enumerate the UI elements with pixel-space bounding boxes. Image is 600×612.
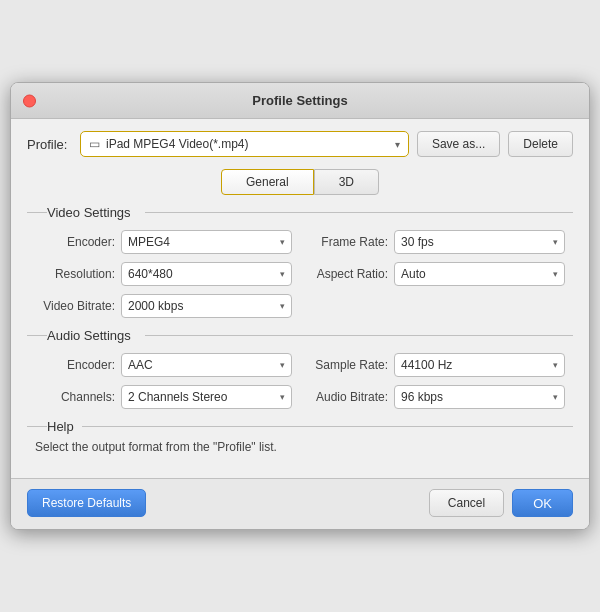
video-section-header: Video Settings [27, 205, 573, 220]
audio-bitrate-arrow: ▾ [553, 392, 558, 402]
resolution-select[interactable]: 640*480 ▾ [121, 262, 292, 286]
help-title: Help [47, 419, 74, 434]
encoder-label: Encoder: [35, 235, 115, 249]
video-bitrate-label: Video Bitrate: [35, 299, 115, 313]
audio-encoder-select[interactable]: AAC ▾ [121, 353, 292, 377]
frame-rate-value: 30 fps [401, 235, 553, 249]
save-as-button[interactable]: Save as... [417, 131, 500, 157]
help-line-right [82, 426, 573, 427]
window-title: Profile Settings [252, 93, 347, 108]
audio-encoder-arrow: ▾ [280, 360, 285, 370]
empty-cell [308, 294, 565, 318]
audio-encoder-value: AAC [128, 358, 280, 372]
sample-rate-label: Sample Rate: [308, 358, 388, 372]
aspect-ratio-label: Aspect Ratio: [308, 267, 388, 281]
resolution-arrow: ▾ [280, 269, 285, 279]
channels-select[interactable]: 2 Channels Stereo ▾ [121, 385, 292, 409]
content-area: Profile: ▭ iPad MPEG4 Video(*.mp4) ▾ Sav… [11, 119, 589, 478]
section-line-left [27, 212, 47, 213]
help-line-left [27, 426, 47, 427]
channels-label: Channels: [35, 390, 115, 404]
video-settings-section: Video Settings Encoder: MPEG4 ▾ Frame Ra… [27, 205, 573, 318]
audio-settings-grid: Encoder: AAC ▾ Sample Rate: 44100 Hz ▾ [27, 353, 573, 409]
help-text: Select the output format from the "Profi… [27, 440, 573, 454]
titlebar: Profile Settings [11, 83, 589, 119]
audio-bitrate-value: 96 kbps [401, 390, 553, 404]
encoder-select[interactable]: MPEG4 ▾ [121, 230, 292, 254]
audio-bitrate-row: Audio Bitrate: 96 kbps ▾ [308, 385, 565, 409]
audio-bitrate-label: Audio Bitrate: [308, 390, 388, 404]
aspect-ratio-arrow: ▾ [553, 269, 558, 279]
aspect-ratio-row: Aspect Ratio: Auto ▾ [308, 262, 565, 286]
profile-row: Profile: ▭ iPad MPEG4 Video(*.mp4) ▾ Sav… [27, 131, 573, 157]
frame-rate-label: Frame Rate: [308, 235, 388, 249]
profile-select-arrow: ▾ [395, 139, 400, 150]
video-bitrate-value: 2000 kbps [128, 299, 280, 313]
channels-value: 2 Channels Stereo [128, 390, 280, 404]
sample-rate-value: 44100 Hz [401, 358, 553, 372]
profile-select-text: iPad MPEG4 Video(*.mp4) [106, 137, 395, 151]
encoder-arrow: ▾ [280, 237, 285, 247]
frame-rate-arrow: ▾ [553, 237, 558, 247]
audio-bitrate-select[interactable]: 96 kbps ▾ [394, 385, 565, 409]
video-settings-grid: Encoder: MPEG4 ▾ Frame Rate: 30 fps ▾ [27, 230, 573, 318]
footer-right: Cancel OK [429, 489, 573, 517]
tablet-icon: ▭ [89, 137, 100, 151]
encoder-row: Encoder: MPEG4 ▾ [35, 230, 292, 254]
profile-select-wrapper[interactable]: ▭ iPad MPEG4 Video(*.mp4) ▾ [80, 131, 409, 157]
audio-encoder-label: Encoder: [35, 358, 115, 372]
tab-3d[interactable]: 3D [314, 169, 379, 195]
video-bitrate-arrow: ▾ [280, 301, 285, 311]
footer: Restore Defaults Cancel OK [11, 478, 589, 529]
encoder-value: MPEG4 [128, 235, 280, 249]
delete-button[interactable]: Delete [508, 131, 573, 157]
help-section: Help Select the output format from the "… [27, 419, 573, 454]
resolution-value: 640*480 [128, 267, 280, 281]
close-button[interactable] [23, 94, 36, 107]
aspect-ratio-select[interactable]: Auto ▾ [394, 262, 565, 286]
audio-section-header: Audio Settings [27, 328, 573, 343]
frame-rate-select[interactable]: 30 fps ▾ [394, 230, 565, 254]
frame-rate-row: Frame Rate: 30 fps ▾ [308, 230, 565, 254]
cancel-button[interactable]: Cancel [429, 489, 504, 517]
resolution-row: Resolution: 640*480 ▾ [35, 262, 292, 286]
tabs-row: General 3D [27, 169, 573, 195]
main-window: Profile Settings Profile: ▭ iPad MPEG4 V… [10, 82, 590, 530]
audio-encoder-row: Encoder: AAC ▾ [35, 353, 292, 377]
video-bitrate-row: Video Bitrate: 2000 kbps ▾ [35, 294, 292, 318]
sample-rate-select[interactable]: 44100 Hz ▾ [394, 353, 565, 377]
video-section-title: Video Settings [47, 205, 137, 220]
audio-settings-section: Audio Settings Encoder: AAC ▾ Sample Rat… [27, 328, 573, 409]
audio-line-right [145, 335, 573, 336]
section-line-right [145, 212, 573, 213]
audio-section-title: Audio Settings [47, 328, 137, 343]
sample-rate-arrow: ▾ [553, 360, 558, 370]
ok-button[interactable]: OK [512, 489, 573, 517]
aspect-ratio-value: Auto [401, 267, 553, 281]
restore-defaults-button[interactable]: Restore Defaults [27, 489, 146, 517]
profile-label: Profile: [27, 137, 72, 152]
help-header: Help [27, 419, 573, 434]
channels-row: Channels: 2 Channels Stereo ▾ [35, 385, 292, 409]
sample-rate-row: Sample Rate: 44100 Hz ▾ [308, 353, 565, 377]
channels-arrow: ▾ [280, 392, 285, 402]
audio-line-left [27, 335, 47, 336]
tab-general[interactable]: General [221, 169, 314, 195]
resolution-label: Resolution: [35, 267, 115, 281]
video-bitrate-select[interactable]: 2000 kbps ▾ [121, 294, 292, 318]
